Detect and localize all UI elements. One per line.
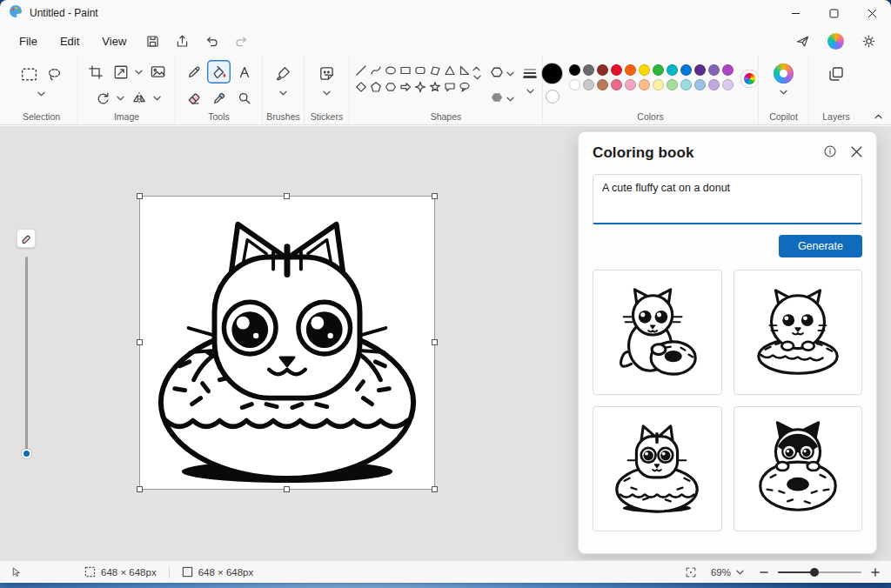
generate-button[interactable]: Generate [779, 235, 862, 257]
secondary-color-indicator[interactable] [546, 90, 559, 104]
shape-oval-speech-bubble[interactable] [458, 79, 472, 94]
flip-chevron-icon[interactable] [152, 94, 163, 103]
color-swatch[interactable] [653, 79, 664, 90]
color-swatch[interactable] [722, 79, 734, 90]
copilot-button[interactable] [772, 62, 795, 85]
shape-triangle[interactable] [443, 63, 457, 77]
generated-option-1[interactable] [593, 270, 722, 395]
brushes-chevron-icon[interactable] [278, 89, 289, 97]
image-options-tool[interactable] [146, 60, 170, 84]
generated-option-3[interactable] [593, 406, 722, 531]
flip-tool[interactable] [128, 86, 151, 110]
selection-handle[interactable] [137, 339, 143, 345]
color-swatch[interactable] [625, 79, 636, 90]
layers-button[interactable] [825, 62, 848, 85]
color-swatch[interactable] [667, 64, 678, 76]
copilot-menu-icon[interactable] [821, 29, 849, 53]
color-swatch[interactable] [611, 64, 622, 76]
shape-hexagon[interactable] [384, 79, 398, 94]
panel-close-icon[interactable] [851, 145, 862, 161]
color-swatch[interactable] [708, 64, 720, 76]
settings-gear-icon[interactable] [854, 29, 882, 53]
close-button[interactable] [853, 0, 891, 26]
size-dropdown[interactable] [522, 63, 538, 96]
zoom-level-dropdown[interactable]: 69% [706, 565, 750, 579]
save-button[interactable] [138, 29, 166, 53]
selection-handle[interactable] [432, 339, 438, 345]
shapes-scroll-up-icon[interactable] [472, 64, 482, 73]
fit-to-screen-button[interactable] [685, 566, 697, 578]
color-swatch[interactable] [680, 64, 692, 76]
brush-size-slider[interactable] [17, 229, 36, 457]
shape-five-point-star[interactable] [428, 79, 442, 94]
undo-button[interactable] [198, 29, 225, 53]
color-picker-tool[interactable] [207, 86, 231, 110]
shape-rectangle[interactable] [399, 63, 412, 77]
color-swatch[interactable] [653, 64, 664, 76]
resize-tool[interactable] [110, 60, 133, 84]
brush-size-track[interactable] [25, 257, 28, 457]
color-swatch[interactable] [569, 64, 580, 76]
shape-pentagon[interactable] [369, 79, 383, 94]
shape-right-triangle[interactable] [458, 63, 472, 77]
color-swatch[interactable] [611, 79, 622, 90]
menu-view[interactable]: View [91, 30, 137, 52]
selection-handle[interactable] [137, 193, 143, 199]
zoom-slider-thumb[interactable] [810, 568, 819, 577]
shape-oval[interactable] [384, 63, 398, 77]
minimize-button[interactable] [776, 0, 814, 26]
stickers-tool[interactable] [315, 62, 338, 85]
edit-colors-button[interactable] [740, 70, 759, 88]
shape-outline-dropdown[interactable] [490, 65, 515, 83]
zoom-slider[interactable] [778, 567, 861, 578]
stickers-chevron-icon[interactable] [322, 89, 332, 97]
shapes-scroll-down-icon[interactable] [472, 73, 482, 82]
selection-handle[interactable] [432, 486, 438, 492]
drawing-canvas[interactable] [139, 196, 435, 490]
info-icon[interactable] [823, 144, 837, 162]
color-swatch[interactable] [667, 79, 678, 90]
pencil-tool[interactable] [182, 60, 205, 84]
generated-option-2[interactable] [734, 270, 863, 395]
shape-rounded-rectangle[interactable] [413, 63, 427, 77]
color-swatch[interactable] [569, 79, 580, 90]
magnifier-tool[interactable] [232, 86, 256, 110]
selection-handle[interactable] [432, 193, 438, 199]
fill-tool[interactable] [207, 60, 231, 84]
resize-chevron-icon[interactable] [134, 68, 144, 77]
color-swatch[interactable] [583, 79, 594, 90]
shape-speech-bubble[interactable] [443, 79, 457, 94]
color-swatch[interactable] [639, 64, 650, 76]
brushes-tool[interactable] [271, 62, 295, 85]
ribbon-collapse-chevron-icon[interactable] [874, 112, 884, 121]
color-swatch[interactable] [597, 79, 608, 90]
selection-handle[interactable] [284, 193, 290, 199]
color-swatch[interactable] [680, 79, 692, 90]
lasso-select-tool[interactable] [43, 63, 66, 86]
prompt-input[interactable]: A cute fluffy cat on a donut [593, 174, 862, 224]
shape-right-arrow[interactable] [399, 79, 412, 94]
maximize-button[interactable] [814, 0, 853, 26]
shape-four-point-star[interactable] [413, 79, 427, 94]
menu-file[interactable]: File [9, 30, 48, 52]
shape-line[interactable] [354, 63, 368, 77]
redo-button[interactable] [227, 29, 255, 53]
copilot-chevron-icon[interactable] [779, 88, 789, 97]
zoom-out-button[interactable] [759, 567, 769, 578]
eraser-tool[interactable] [182, 86, 205, 110]
generated-option-4[interactable] [734, 406, 863, 531]
rotate-chevron-icon[interactable] [116, 94, 126, 103]
crop-tool[interactable] [84, 60, 108, 84]
export-icon[interactable] [168, 29, 196, 53]
color-swatch[interactable] [583, 64, 594, 76]
color-swatch[interactable] [639, 79, 650, 90]
color-swatch[interactable] [694, 64, 706, 76]
menu-edit[interactable]: Edit [50, 30, 90, 52]
share-icon[interactable] [788, 29, 816, 53]
selection-handle[interactable] [284, 486, 290, 492]
zoom-in-button[interactable] [870, 567, 881, 578]
color-swatch[interactable] [694, 79, 706, 90]
shape-polygon[interactable] [428, 63, 442, 77]
shape-diamond[interactable] [354, 79, 368, 94]
brush-size-thumb[interactable] [22, 449, 31, 458]
